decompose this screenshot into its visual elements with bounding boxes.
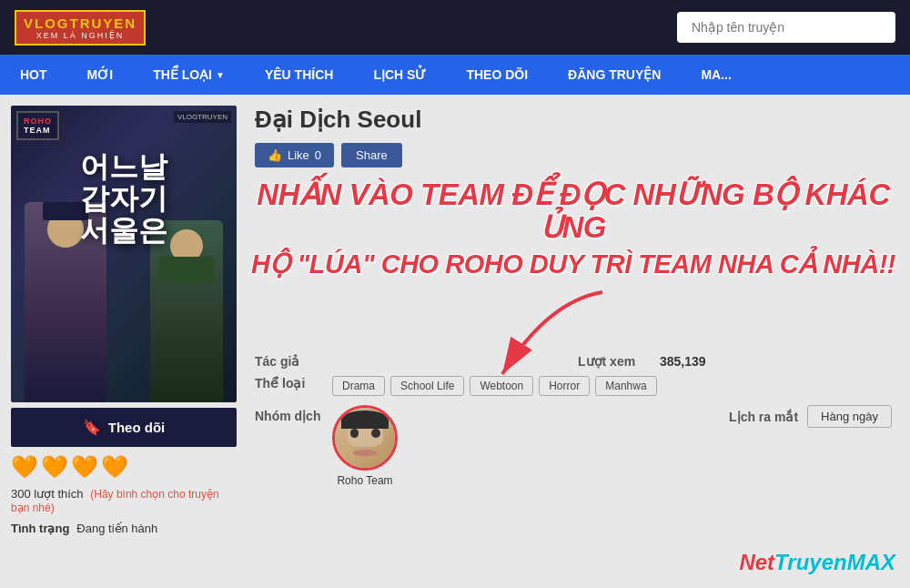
share-label: Share bbox=[356, 148, 388, 162]
nav-item-yeu-thich[interactable]: YÊU THÍCH bbox=[245, 55, 353, 95]
logo-bottom-text: XEM LÀ NGHIỆN bbox=[36, 31, 125, 40]
cover-jp-text: 어느날갑자기서울은 bbox=[80, 151, 167, 248]
rating-row: 🧡 🧡 🧡 🧡 bbox=[11, 452, 237, 482]
bookmark-icon: 🔖 bbox=[83, 419, 101, 436]
team-badge: ROHO TEAM bbox=[16, 111, 59, 140]
luot-xem-row: Lượt xem 385,139 bbox=[578, 354, 892, 369]
nav-item-dang-truyen[interactable]: ĐĂNG TRUYỆN bbox=[548, 55, 681, 95]
group-name: Roho Team bbox=[337, 474, 392, 487]
lich-ra-mat-label: Lịch ra mắt bbox=[729, 410, 798, 424]
share-button[interactable]: Share bbox=[341, 143, 402, 167]
main-nav: HOT MỚI THỂ LOẠI ▼ YÊU THÍCH LỊCH SỬ THE… bbox=[0, 55, 910, 95]
promo-overlay: NHẤN VÀO TEAM ĐỂ ĐỌC NHỮNG BỘ KHÁC ỦNG H… bbox=[248, 178, 899, 279]
manga-title: Đại Dịch Seoul bbox=[255, 106, 892, 134]
promo-line-1: NHẤN VÀO TEAM ĐỂ ĐỌC NHỮNG BỘ KHÁC ỦNG bbox=[251, 178, 895, 245]
nav-item-the-loai[interactable]: THỂ LOẠI ▼ bbox=[133, 55, 245, 95]
heart-2[interactable]: 🧡 bbox=[41, 454, 68, 480]
logo-box[interactable]: VLOGTRUYEN XEM LÀ NGHIỆN bbox=[15, 10, 146, 46]
like-count: 0 bbox=[315, 148, 321, 162]
info-grid: Tác giả Lượt xem 385,139 bbox=[255, 354, 892, 369]
tinh-trang-label: Tình trạng bbox=[11, 522, 69, 535]
tag-manhwa[interactable]: Manhwa bbox=[595, 376, 656, 396]
nhom-dich-label: Nhóm dịch bbox=[255, 409, 323, 423]
nav-item-lich-su[interactable]: LỊCH SỬ bbox=[353, 55, 446, 95]
the-loai-label: Thể loại bbox=[255, 376, 323, 390]
left-panel: ROHO TEAM VLOGTRUYEN 어느날갑자기서울은 🔖 Theo dõ bbox=[11, 106, 237, 577]
action-row: 👍 Like 0 Share bbox=[255, 143, 892, 167]
logo-top-text: VLOGTRUYEN bbox=[24, 15, 136, 31]
lich-ra-mat-section: Lịch ra mắt Hàng ngày bbox=[729, 405, 892, 428]
watermark-text: NetTruyenMAX bbox=[739, 550, 895, 574]
chevron-down-icon: ▼ bbox=[216, 70, 225, 80]
bottom-info-row: Nhóm dịch Roho Team bbox=[255, 405, 892, 487]
the-loai-row: Thể loại Drama School Life Webtoon Horro… bbox=[255, 376, 892, 396]
thumb-up-icon: 👍 bbox=[268, 148, 282, 162]
luot-xem-value: 385,139 bbox=[660, 354, 706, 369]
like-label: Like bbox=[288, 148, 309, 162]
header: VLOGTRUYEN XEM LÀ NGHIỆN bbox=[0, 0, 910, 55]
lich-ra-mat-value: Hàng ngày bbox=[807, 405, 892, 428]
heart-4[interactable]: 🧡 bbox=[101, 454, 128, 480]
tac-gia-label: Tác giả bbox=[255, 354, 323, 369]
tinh-trang-value: Đang tiến hành bbox=[76, 522, 157, 535]
nav-item-theo-doi[interactable]: THEO DÕI bbox=[446, 55, 548, 95]
status-row: Tình trạng Đang tiến hành bbox=[11, 520, 237, 537]
group-avatar-wrap[interactable]: Roho Team bbox=[332, 405, 398, 487]
like-button[interactable]: 👍 Like 0 bbox=[255, 143, 334, 167]
group-avatar[interactable] bbox=[332, 405, 398, 471]
right-panel: Đại Dịch Seoul 👍 Like 0 Share NHẤN VÀO T… bbox=[248, 106, 899, 577]
nav-item-moi[interactable]: MỚI bbox=[67, 55, 134, 95]
nav-item-more[interactable]: MA... bbox=[681, 55, 751, 95]
nav-item-hot[interactable]: HOT bbox=[0, 55, 67, 95]
heart-1[interactable]: 🧡 bbox=[11, 454, 38, 480]
heart-3[interactable]: 🧡 bbox=[71, 454, 98, 480]
logo-area: VLOGTRUYEN XEM LÀ NGHIỆN bbox=[15, 10, 146, 46]
tag-school-life[interactable]: School Life bbox=[390, 376, 464, 396]
rating-count: 300 lượt thích (Hãy bình chọn cho truyện… bbox=[11, 487, 237, 514]
tag-webtoon[interactable]: Webtoon bbox=[470, 376, 533, 396]
theo-doi-button[interactable]: 🔖 Theo dõi bbox=[11, 408, 237, 447]
tac-gia-row: Tác giả bbox=[255, 354, 569, 369]
character-2 bbox=[150, 220, 223, 402]
tag-drama[interactable]: Drama bbox=[332, 376, 385, 396]
genre-tags: Drama School Life Webtoon Horror Manhwa bbox=[332, 376, 657, 396]
theo-doi-label: Theo dõi bbox=[108, 420, 166, 435]
watermark: NetTruyenMAX bbox=[739, 550, 895, 575]
promo-line-2: HỘ "LÚA" CHO ROHO DUY TRÌ TEAM NHA CẢ NH… bbox=[251, 248, 895, 280]
cover-image: ROHO TEAM VLOGTRUYEN 어느날갑자기서울은 bbox=[11, 106, 237, 402]
search-input[interactable] bbox=[677, 12, 895, 43]
nhom-dich-section: Nhóm dịch Roho Team bbox=[255, 405, 398, 487]
main-content: ROHO TEAM VLOGTRUYEN 어느날갑자기서울은 🔖 Theo dõ bbox=[0, 95, 910, 588]
luot-xem-label: Lượt xem bbox=[578, 354, 651, 369]
tag-horror[interactable]: Horror bbox=[539, 376, 590, 396]
cover-watermark: VLOGTRUYEN bbox=[174, 111, 231, 123]
